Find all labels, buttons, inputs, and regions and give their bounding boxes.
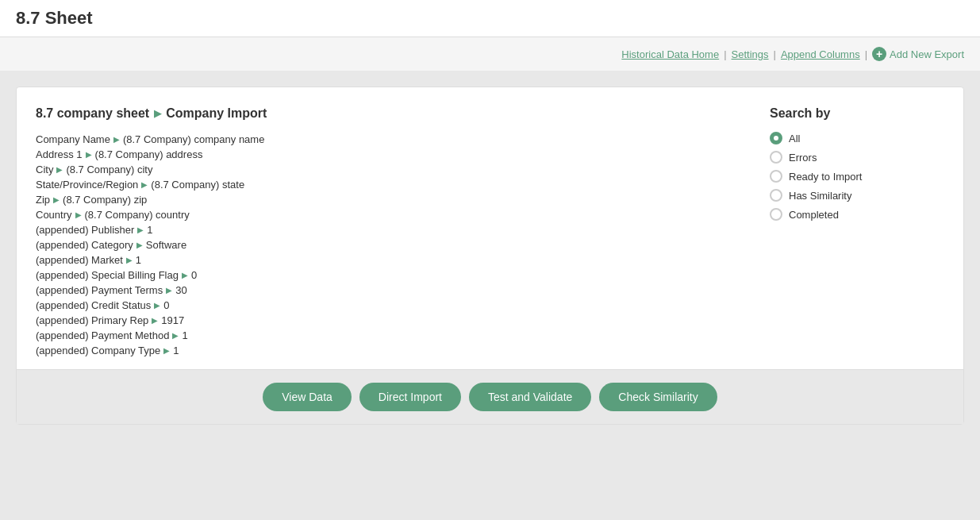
radio-label: Errors: [789, 152, 817, 164]
add-new-export-link[interactable]: + Add New Export: [872, 47, 964, 61]
field-label: (appended) Primary Rep: [36, 314, 148, 326]
radio-item[interactable]: Completed: [770, 208, 944, 221]
field-arrow-icon: ▶: [75, 210, 82, 219]
button-bar: View Data Direct Import Test and Validat…: [17, 369, 963, 424]
field-item: (appended) Company Type ▶ 1: [36, 345, 738, 356]
field-item: (appended) Market ▶ 1: [36, 254, 738, 266]
field-item: (appended) Credit Status ▶ 0: [36, 299, 738, 311]
field-item: Zip ▶ (8.7 Company) zip: [36, 194, 738, 206]
field-value: (8.7 Company) company name: [123, 133, 264, 145]
import-name-label: Company Import: [166, 106, 267, 121]
field-item: Address 1 ▶ (8.7 Company) address: [36, 148, 738, 160]
field-label: Country: [36, 209, 72, 221]
radio-circle: [770, 170, 782, 183]
settings-link[interactable]: Settings: [732, 48, 769, 60]
nav-bar: Historical Data Home | Settings | Append…: [0, 37, 980, 71]
separator-3: |: [865, 48, 867, 60]
field-label: Address 1: [36, 148, 83, 160]
page-title: 8.7 Sheet: [16, 8, 93, 28]
right-panel: Search by All Errors Ready to Import Has…: [770, 106, 944, 356]
radio-item[interactable]: All: [770, 132, 944, 144]
field-value: 0: [163, 299, 169, 311]
add-new-export-label: Add New Export: [890, 48, 964, 60]
field-value: 30: [175, 284, 186, 296]
field-value: 1: [136, 254, 141, 266]
field-label: (appended) Special Billing Flag: [36, 269, 179, 281]
field-label: City: [36, 164, 53, 175]
radio-label: Completed: [789, 209, 839, 221]
field-value: 1: [147, 224, 152, 236]
radio-label: Ready to Import: [789, 171, 863, 183]
field-label: (appended) Market: [36, 254, 123, 266]
field-value: (8.7 Company) zip: [63, 194, 147, 206]
field-label: Company Name: [36, 133, 110, 145]
field-arrow-icon: ▶: [182, 271, 188, 279]
radio-group: All Errors Ready to Import Has Similarit…: [770, 132, 944, 221]
historical-data-home-link[interactable]: Historical Data Home: [621, 48, 719, 60]
field-arrow-icon: ▶: [154, 301, 160, 310]
field-value: 0: [191, 269, 197, 281]
field-arrow-icon: ▶: [136, 241, 143, 249]
check-similarity-button[interactable]: Check Similarity: [599, 383, 717, 411]
field-arrow-icon: ▶: [163, 346, 170, 355]
sheet-name-label: 8.7 company sheet: [36, 106, 149, 121]
field-item: (appended) Publisher ▶ 1: [36, 224, 738, 236]
section-title: 8.7 company sheet ▶ Company Import: [36, 106, 738, 121]
field-arrow-icon: ▶: [53, 195, 60, 204]
radio-circle: [770, 151, 782, 164]
field-item: (appended) Primary Rep ▶ 1917: [36, 314, 738, 326]
left-panel: 8.7 company sheet ▶ Company Import Compa…: [36, 106, 738, 356]
field-arrow-icon: ▶: [137, 225, 144, 234]
main-card: 8.7 company sheet ▶ Company Import Compa…: [16, 87, 964, 425]
field-arrow-icon: ▶: [172, 331, 179, 340]
radio-item[interactable]: Errors: [770, 151, 944, 164]
field-list: Company Name ▶ (8.7 Company) company nam…: [36, 133, 738, 356]
radio-circle: [770, 132, 782, 144]
radio-circle: [770, 208, 782, 221]
field-item: (appended) Payment Terms ▶ 30: [36, 284, 738, 296]
test-and-validate-button[interactable]: Test and Validate: [469, 383, 591, 411]
field-arrow-icon: ▶: [86, 150, 92, 159]
field-arrow-icon: ▶: [152, 316, 158, 325]
field-value: 1: [173, 345, 179, 356]
radio-item[interactable]: Has Similarity: [770, 189, 944, 202]
field-item: State/Province/Region ▶ (8.7 Company) st…: [36, 179, 738, 191]
field-value: (8.7 Company) country: [85, 209, 190, 221]
section-arrow-icon: ▶: [154, 108, 161, 119]
field-label: State/Province/Region: [36, 179, 138, 191]
field-value: 1917: [161, 314, 184, 326]
radio-circle: [770, 189, 782, 202]
field-arrow-icon: ▶: [141, 180, 148, 189]
field-label: (appended) Company Type: [36, 345, 160, 356]
field-arrow-icon: ▶: [126, 256, 133, 264]
field-label: (appended) Category: [36, 239, 133, 251]
field-label: (appended) Payment Terms: [36, 284, 163, 296]
field-item: (appended) Category ▶ Software: [36, 239, 738, 251]
field-item: Country ▶ (8.7 Company) country: [36, 209, 738, 221]
radio-item[interactable]: Ready to Import: [770, 170, 944, 183]
search-by-title: Search by: [770, 106, 944, 121]
field-value: Software: [146, 239, 186, 251]
field-label: (appended) Payment Method: [36, 329, 169, 341]
field-value: (8.7 Company) state: [151, 179, 244, 191]
field-item: City ▶ (8.7 Company) city: [36, 164, 738, 175]
field-arrow-icon: ▶: [56, 165, 63, 174]
field-arrow-icon: ▶: [113, 135, 120, 144]
append-columns-link[interactable]: Append Columns: [781, 48, 860, 60]
separator-2: |: [774, 48, 776, 60]
field-arrow-icon: ▶: [166, 286, 172, 295]
field-item: (appended) Special Billing Flag ▶ 0: [36, 269, 738, 281]
direct-import-button[interactable]: Direct Import: [359, 383, 461, 411]
field-item: Company Name ▶ (8.7 Company) company nam…: [36, 133, 738, 145]
plus-icon: +: [872, 47, 886, 61]
field-item: (appended) Payment Method ▶ 1: [36, 329, 738, 341]
view-data-button[interactable]: View Data: [263, 383, 352, 411]
separator-1: |: [724, 48, 726, 60]
field-value: 1: [182, 329, 187, 341]
field-value: (8.7 Company) address: [95, 148, 203, 160]
field-label: (appended) Publisher: [36, 224, 134, 236]
radio-label: Has Similarity: [789, 190, 851, 202]
field-label: Zip: [36, 194, 50, 206]
field-label: (appended) Credit Status: [36, 299, 151, 311]
field-value: (8.7 Company) city: [66, 164, 152, 175]
